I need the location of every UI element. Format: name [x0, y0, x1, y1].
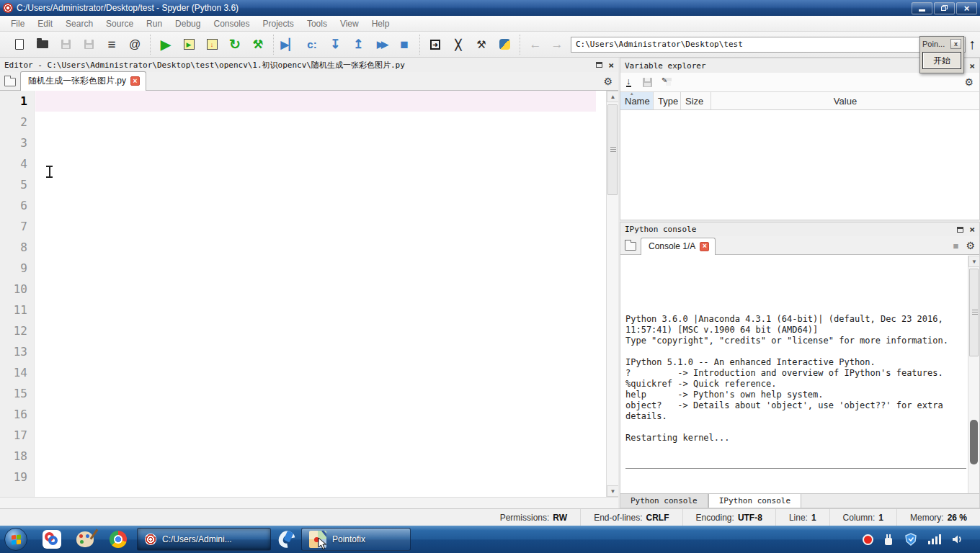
working-directory-input[interactable]: [571, 37, 966, 53]
save-all-icon[interactable]: [81, 37, 97, 53]
tab-python-console[interactable]: Python console: [620, 494, 708, 508]
start-button[interactable]: [4, 528, 27, 551]
pinned-browser-app-icon[interactable]: [278, 530, 295, 549]
tab-ipython-console[interactable]: IPython console: [708, 494, 801, 508]
editor-horizontal-scrollbar[interactable]: [0, 497, 618, 508]
editor-close-icon[interactable]: ×: [608, 60, 614, 70]
editor-vertical-scrollbar[interactable]: ▲ ▼: [606, 91, 618, 497]
security-shield-icon[interactable]: [904, 533, 917, 546]
run-cell-icon[interactable]: ▶: [181, 37, 197, 53]
console-tab[interactable]: Console 1/A ×: [641, 238, 716, 255]
console-output-area[interactable]: Python 3.6.0 |Anaconda 4.3.1 (64-bit)| (…: [620, 256, 968, 493]
python-path-icon[interactable]: [496, 37, 512, 53]
taskbar-pointofix-button[interactable]: Pointofix: [301, 528, 411, 551]
editor-undock-icon[interactable]: [596, 62, 602, 68]
network-signal-icon[interactable]: [928, 534, 941, 544]
line-number: 19: [0, 467, 34, 487]
console-options-gear-icon[interactable]: ⚙: [966, 240, 975, 251]
pointofix-start-button[interactable]: 开始: [922, 52, 961, 69]
continue-icon[interactable]: ▶▶: [373, 37, 389, 53]
editor-scrollbar-thumb[interactable]: [607, 104, 618, 195]
editor-tab-close-icon[interactable]: ×: [130, 76, 140, 86]
menu-item[interactable]: Consoles: [207, 17, 256, 30]
scroll-up-icon[interactable]: ▲: [607, 91, 618, 102]
menu-item[interactable]: Search: [59, 17, 99, 30]
console-text-line: %quickref -> Quick reference.: [625, 379, 968, 390]
editor-tab-label: 随机生成一张彩色图片.py: [28, 75, 126, 87]
scroll-down-icon[interactable]: ▼: [607, 485, 618, 497]
forward-icon[interactable]: →: [549, 37, 565, 53]
console-scrollbar-thumb[interactable]: [969, 269, 979, 356]
column-header-value[interactable]: Value: [711, 92, 979, 109]
pinned-chrome-icon[interactable]: [104, 527, 133, 552]
console-vertical-scrollbar[interactable]: ▲ ▼: [968, 256, 979, 493]
editor-code-area[interactable]: 12345678910111213141516171819 ▲ ▼: [0, 91, 618, 497]
file-switcher-icon[interactable]: ≡: [104, 37, 120, 53]
console-pane-header: IPython console ×: [620, 222, 979, 236]
spyder-task-icon: [145, 534, 156, 545]
save-data-icon[interactable]: [643, 78, 652, 87]
variable-explorer-pane: Variable explorer × ↓ ✎ ⚙ Name Type Size…: [620, 58, 980, 220]
run-current-line-icon[interactable]: c:: [304, 37, 320, 53]
menu-item[interactable]: View: [334, 17, 365, 30]
variable-table-body[interactable]: [620, 110, 979, 220]
open-file-icon[interactable]: [35, 37, 50, 53]
step-into-icon[interactable]: ↧: [327, 37, 343, 53]
plug-icon[interactable]: [884, 534, 894, 545]
pointofix-title-bar[interactable]: Poin... x: [920, 37, 963, 51]
pointofix-close-icon[interactable]: x: [950, 39, 961, 49]
browse-tabs-icon[interactable]: [4, 78, 16, 86]
interrupt-kernel-icon[interactable]: ■: [953, 240, 959, 251]
restore-button[interactable]: [934, 2, 955, 14]
maximize-pane-icon[interactable]: ➜: [427, 37, 443, 53]
pinned-paint-app-icon[interactable]: [71, 527, 99, 552]
menu-item[interactable]: Source: [99, 17, 140, 30]
stop-debug-icon[interactable]: ■: [396, 37, 412, 53]
editor-options-gear-icon[interactable]: ⚙: [603, 76, 612, 87]
pinned-remote-app-icon[interactable]: [37, 527, 66, 552]
menu-item[interactable]: Edit: [31, 17, 59, 30]
editor-tab[interactable]: 随机生成一张彩色图片.py ×: [20, 71, 146, 91]
column-header-type[interactable]: Type: [654, 92, 681, 109]
column-header-name[interactable]: Name: [620, 92, 654, 109]
menu-item[interactable]: Debug: [169, 17, 207, 30]
menu-item[interactable]: Run: [140, 17, 169, 30]
pointofix-title: Poin...: [922, 40, 945, 48]
run-config-icon[interactable]: ⚒: [250, 37, 266, 53]
volume-icon[interactable]: [952, 534, 964, 545]
menu-item[interactable]: Help: [365, 17, 396, 30]
console-tab-close-icon[interactable]: ×: [700, 242, 709, 251]
preferences-icon[interactable]: ⚒: [473, 37, 489, 53]
taskbar-spyder-button[interactable]: C:/Users/Admini...: [137, 528, 271, 551]
new-file-icon[interactable]: [12, 37, 27, 53]
menu-item[interactable]: File: [4, 17, 31, 30]
step-return-icon[interactable]: ↥: [350, 37, 366, 53]
system-tray: [863, 533, 964, 546]
parent-directory-icon[interactable]: ↑: [968, 36, 976, 53]
console-close-icon[interactable]: ×: [969, 225, 975, 234]
debug-file-icon[interactable]: ▶▏: [281, 37, 297, 53]
run-file-icon[interactable]: ▶: [158, 37, 174, 53]
console-browse-tabs-icon[interactable]: [625, 242, 636, 251]
line-number: 18: [0, 446, 34, 467]
recording-indicator-icon[interactable]: [863, 534, 873, 545]
rerun-cell-icon[interactable]: ↻: [227, 37, 243, 53]
column-header-size[interactable]: Size: [681, 92, 711, 109]
run-cell-advance-icon[interactable]: ↓: [204, 37, 220, 53]
console-scroll-down-icon[interactable]: ▼: [968, 256, 980, 267]
fullscreen-icon[interactable]: ╳: [450, 37, 466, 53]
console-pane-title: IPython console: [625, 225, 696, 234]
close-button[interactable]: ×: [956, 2, 977, 14]
menu-item[interactable]: Projects: [257, 17, 300, 30]
find-symbols-icon[interactable]: @: [127, 37, 143, 53]
save-icon[interactable]: [58, 37, 74, 53]
console-overlay-scrollbar-thumb[interactable]: [970, 420, 978, 464]
variable-explorer-close-icon[interactable]: ×: [969, 61, 975, 71]
pointofix-window: Poin... x 开始: [919, 36, 964, 73]
back-icon[interactable]: ←: [527, 37, 543, 53]
menu-item[interactable]: Tools: [300, 17, 334, 30]
import-data-icon[interactable]: ↓: [626, 77, 631, 87]
variable-explorer-options-icon[interactable]: ⚙: [964, 76, 974, 88]
console-undock-icon[interactable]: [957, 227, 963, 233]
minimize-button[interactable]: [912, 2, 932, 14]
